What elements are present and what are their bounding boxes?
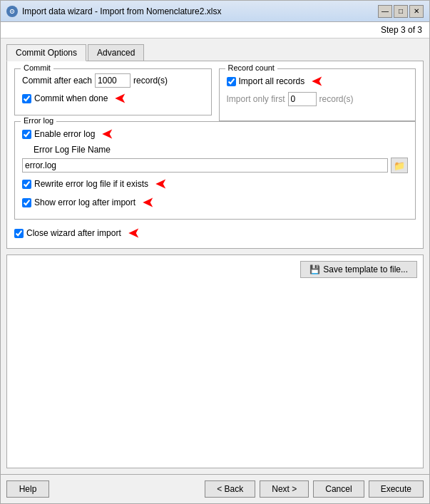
record-count-section: Record count Import all records ➤ Import…: [219, 68, 416, 121]
rewrite-label: Rewrite error log file if it exists: [34, 179, 148, 189]
import-all-checkbox[interactable]: [227, 77, 236, 86]
save-icon: 💾: [309, 264, 320, 274]
minimize-button[interactable]: —: [378, 5, 392, 18]
close-wizard-row: Close wizard after import ➤: [14, 225, 416, 241]
arrow-rewrite: ➤: [155, 176, 166, 192]
show-error-log-checkbox[interactable]: [22, 198, 31, 207]
tab-content: Commit Commit after each record(s) Commi…: [6, 61, 424, 249]
close-wizard-checkbox[interactable]: [14, 229, 24, 238]
import-only-label: Import only first: [227, 94, 285, 104]
error-log-title: Error log: [21, 116, 56, 125]
next-button[interactable]: Next >: [260, 480, 309, 498]
bottom-left: Help: [6, 480, 49, 498]
bottom-right: < Back Next > Cancel Execute: [205, 480, 424, 498]
arrow-close-wizard: ➤: [128, 225, 139, 241]
commit-after-input[interactable]: [95, 73, 130, 88]
arrow-show-error-log: ➤: [143, 195, 153, 210]
folder-icon: 📁: [394, 160, 405, 171]
enable-error-log-row: Enable error log ➤: [22, 126, 408, 142]
commit-after-row: Commit after each record(s): [22, 73, 204, 88]
commit-section-title: Commit: [21, 63, 53, 72]
tab-advanced[interactable]: Advanced: [88, 44, 144, 61]
error-log-file-name-label: Error Log File Name: [34, 145, 111, 155]
commit-when-done-row: Commit when done ➤: [22, 91, 204, 106]
arrow-enable-error-log: ➤: [102, 126, 113, 142]
import-only-row: Import only first record(s): [227, 92, 409, 106]
restore-button[interactable]: □: [394, 5, 408, 18]
arrow-commit-when-done: ➤: [115, 91, 126, 106]
preview-area: 💾 Save template to file...: [6, 254, 424, 468]
import-only-suffix: record(s): [319, 94, 354, 104]
show-error-log-row: Show error log after import ➤: [22, 195, 408, 210]
step-bar: Step 3 of 3: [1, 22, 429, 38]
rewrite-checkbox[interactable]: [22, 180, 31, 189]
close-wizard-label: Close wizard after import: [26, 228, 121, 238]
commit-when-done-checkbox[interactable]: [22, 94, 31, 103]
back-button[interactable]: < Back: [205, 480, 255, 498]
title-bar: ⊙ Import data wizard - Import from Nomen…: [1, 1, 429, 22]
app-icon: ⊙: [6, 6, 18, 17]
show-error-log-label: Show error log after import: [34, 197, 135, 207]
commit-after-label: Commit after each: [22, 76, 92, 86]
window-controls: — □ ✕: [378, 5, 424, 18]
save-template-label: Save template to file...: [323, 264, 408, 274]
bottom-bar: Help < Back Next > Cancel Execute: [1, 474, 429, 503]
record-count-title: Record count: [225, 63, 277, 72]
save-template-button[interactable]: 💾 Save template to file...: [300, 261, 417, 278]
tab-commit-options[interactable]: Commit Options: [6, 44, 86, 61]
content-area: Commit Options Advanced Commit Commit af…: [1, 38, 429, 474]
folder-browse-button[interactable]: 📁: [391, 158, 408, 173]
window: ⊙ Import data wizard - Import from Nomen…: [0, 0, 430, 504]
file-name-label-row: Error Log File Name: [34, 145, 408, 155]
import-all-row: Import all records ➤: [227, 73, 409, 89]
error-log-file-input[interactable]: [22, 158, 388, 173]
help-button[interactable]: Help: [6, 480, 49, 498]
commit-section: Commit Commit after each record(s) Commi…: [14, 68, 212, 115]
file-row: 📁: [22, 158, 408, 173]
cancel-button[interactable]: Cancel: [313, 480, 364, 498]
record-s-label: record(s): [133, 76, 168, 86]
import-all-label: Import all records: [239, 76, 305, 86]
execute-button[interactable]: Execute: [369, 480, 424, 498]
close-button[interactable]: ✕: [409, 5, 424, 18]
window-title: Import data wizard - Import from Nomencl…: [22, 6, 378, 16]
import-only-input[interactable]: [288, 92, 317, 106]
enable-error-log-checkbox[interactable]: [22, 130, 31, 139]
enable-error-log-label: Enable error log: [34, 129, 95, 139]
top-sections: Commit Commit after each record(s) Commi…: [14, 68, 416, 121]
rewrite-row: Rewrite error log file if it exists ➤: [22, 176, 408, 192]
arrow-import-all: ➤: [312, 73, 322, 89]
tab-bar: Commit Options Advanced: [6, 44, 424, 61]
error-log-section: Error log Enable error log ➤ Error Log F…: [14, 121, 416, 220]
step-label: Step 3 of 3: [381, 25, 422, 35]
commit-when-done-label: Commit when done: [34, 93, 108, 103]
